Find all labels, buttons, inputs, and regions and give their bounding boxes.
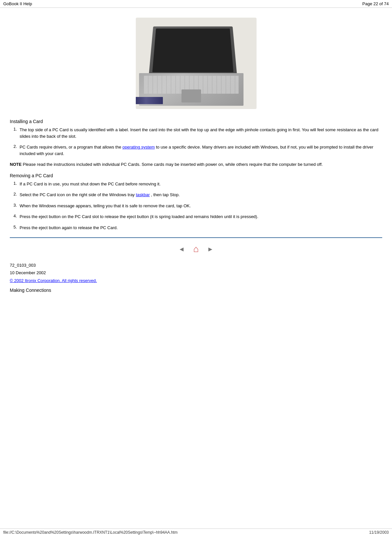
- date-stamp: 11/19/2003: [369, 530, 389, 535]
- app-title: GoBook II Help: [3, 1, 32, 6]
- laptop-photo: [136, 18, 257, 109]
- copyright-link[interactable]: © 2002 Itronix Corporation. All rights r…: [10, 278, 97, 283]
- doc-id: 72_0103_003: [10, 261, 382, 269]
- step-number: 1.: [10, 181, 20, 186]
- installing-section-title: Installing a Card: [10, 119, 382, 124]
- list-item: 5. Press the eject button again to relea…: [10, 225, 382, 231]
- nav-home-button[interactable]: ⌂: [190, 243, 203, 255]
- page-info: Page 22 of 74: [362, 1, 389, 6]
- step-number: 4.: [10, 213, 20, 218]
- nav-forward-button[interactable]: [205, 244, 216, 254]
- pc-card-insert: [136, 97, 163, 104]
- removing-section-title: Removing a PC Card: [10, 173, 382, 178]
- nav-buttons: ⌂: [10, 243, 382, 255]
- doc-date: 10 December 2002: [10, 269, 382, 276]
- forward-arrow-icon: [207, 245, 214, 253]
- footer-info: 72_0103_003 10 December 2002 © 2002 Itro…: [10, 261, 382, 284]
- step-content: Select the PC Card icon on the right sid…: [20, 192, 382, 198]
- file-path: file://C:\Documents%20and%20Settings\har…: [3, 530, 178, 535]
- step-number: 3.: [10, 203, 20, 208]
- taskbar-link[interactable]: taskbar: [136, 192, 150, 197]
- step-content: Press the eject button again to release …: [20, 225, 382, 231]
- list-item: 2. PC Cards require drivers, or a progra…: [10, 144, 382, 157]
- step-text-after: , then tap Stop.: [150, 192, 180, 197]
- step-number: 2.: [10, 144, 20, 149]
- step-text-before: Select the PC Card icon on the right sid…: [20, 192, 136, 197]
- installing-steps-list: 1. The top side of a PC Card is usually …: [10, 127, 382, 157]
- step-content: If a PC Card is in use, you must shut do…: [20, 181, 382, 187]
- back-arrow-icon: [179, 245, 185, 253]
- step-number: 5.: [10, 225, 20, 229]
- list-item: 3. When the Windows message appears, tel…: [10, 203, 382, 209]
- laptop-touchpad: [181, 89, 201, 102]
- list-item: 1. If a PC Card is in use, you must shut…: [10, 181, 382, 187]
- operating-system-link[interactable]: operating system: [122, 145, 155, 150]
- home-icon: ⌂: [193, 244, 199, 254]
- step-content: When the Windows message appears, tellin…: [20, 203, 382, 209]
- main-content: Installing a Card 1. The top side of a P…: [0, 8, 392, 303]
- laptop-image-container: [10, 18, 382, 109]
- making-connections-label: Making Connections: [10, 288, 382, 293]
- list-item: 4. Press the eject button on the PC Card…: [10, 213, 382, 220]
- note-text: Please read the instructions included wi…: [22, 162, 323, 167]
- section-divider: [10, 237, 382, 238]
- step-number: 1.: [10, 127, 20, 132]
- nav-back-button[interactable]: [177, 244, 187, 254]
- step-text-before: PC Cards require drivers, or a program t…: [20, 145, 122, 150]
- laptop-screen-lid: [149, 26, 237, 75]
- copyright-line: © 2002 Itronix Corporation. All rights r…: [10, 277, 382, 284]
- bottom-bar: file://C:\Documents%20and%20Settings\har…: [0, 528, 392, 536]
- note-label: NOTE: [10, 162, 22, 167]
- list-item: 2. Select the PC Card icon on the right …: [10, 192, 382, 198]
- step-number: 2.: [10, 192, 20, 197]
- list-item: 1. The top side of a PC Card is usually …: [10, 127, 382, 139]
- note-block: NOTE Please read the instructions includ…: [10, 161, 382, 168]
- step-content: Press the eject button on the PC Card sl…: [20, 213, 382, 220]
- step-content: PC Cards require drivers, or a program t…: [20, 144, 382, 157]
- laptop-screen-display: [152, 28, 233, 72]
- step-content: The top side of a PC Card is usually ide…: [20, 127, 382, 139]
- header-bar: GoBook II Help Page 22 of 74: [0, 0, 392, 8]
- removing-steps-list: 1. If a PC Card is in use, you must shut…: [10, 181, 382, 231]
